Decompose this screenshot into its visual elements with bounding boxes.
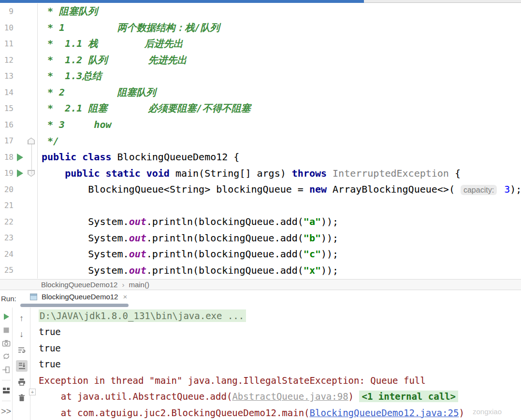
breadcrumb-method[interactable]: main()	[129, 280, 149, 289]
code-line[interactable]: 19 public static void main(String[] args…	[0, 165, 521, 182]
gutter	[14, 182, 38, 198]
run-tab[interactable]: BlockingQueueDemo12 ×	[30, 293, 127, 301]
code-text: System.out.println(blockingQueue.add("c"…	[42, 248, 338, 260]
stack-trace-link[interactable]: AbstractQueue.java:98	[232, 391, 348, 402]
console-line: true	[31, 356, 521, 373]
thread-dump-button[interactable]	[0, 339, 12, 348]
code-segment: {	[455, 168, 461, 179]
up-arrow-button[interactable]: ↑	[16, 312, 28, 324]
console-error-text: at java.util.AbstractQueue.add(	[39, 391, 232, 402]
code-text: BlockingQueue<String> blockingQueue = ne…	[42, 183, 521, 195]
clear-console-button[interactable]	[16, 392, 28, 404]
rerun-button[interactable]	[0, 312, 12, 321]
gutter	[14, 20, 38, 36]
console-line: Exception in thread "main" java.lang.Ill…	[31, 372, 521, 389]
code-segment: out	[129, 216, 146, 227]
code-segment: BlockingQueue<String> blockingQueue =	[42, 183, 309, 195]
code-segment: * 阻塞队列	[42, 5, 98, 17]
code-segment: out	[129, 232, 146, 244]
code-segment: public class	[42, 151, 117, 163]
code-segment: throws	[292, 168, 333, 179]
code-line[interactable]: 9 * 阻塞队列	[0, 3, 521, 20]
editor-top-strip	[0, 0, 521, 3]
code-segment: ArrayBlockingQueue<>(	[333, 183, 461, 195]
stack-trace-link[interactable]: BlockingQueueDemo12.java:25	[310, 407, 459, 418]
code-segment: * 2.1 阻塞 必须要阻塞/不得不阻塞	[42, 102, 251, 114]
code-line[interactable]: 10 * 1 两个数据结构：栈/队列	[0, 20, 521, 36]
console-error-text: at com.atguigu.juc2.BlockingQueueDemo12.…	[39, 407, 310, 418]
line-number: 16	[0, 120, 14, 129]
line-number: 21	[0, 201, 14, 210]
code-segment: System.	[42, 248, 129, 260]
down-icon: ↓	[19, 330, 24, 338]
scroll-to-end-button[interactable]	[16, 360, 28, 372]
code-line[interactable]: 14 * 2 阻塞队列	[0, 84, 521, 101]
code-segment: .println(blockingQueue.add(	[146, 265, 304, 276]
ide-window: 9 * 阻塞队列10 * 1 两个数据结构：栈/队列11 * 1.1 栈 后进先…	[0, 0, 521, 420]
code-text: * 2.1 阻塞 必须要阻塞/不得不阻塞	[42, 102, 251, 115]
code-segment	[498, 183, 504, 195]
run-line-icon[interactable]	[17, 154, 23, 161]
code-text: * 1.1 栈 后进先出	[42, 37, 183, 50]
code-text: * 3 how	[42, 119, 112, 130]
code-segment: "x"	[304, 265, 321, 276]
code-line[interactable]: 25 System.out.println(blockingQueue.add(…	[0, 262, 521, 279]
run-line-icon[interactable]	[17, 169, 23, 177]
code-editor[interactable]: 9 * 阻塞队列10 * 1 两个数据结构：栈/队列11 * 1.1 栈 后进先…	[0, 3, 521, 279]
line-number: 10	[0, 23, 14, 32]
fold-collapse-icon[interactable]	[28, 138, 35, 144]
exit-icon	[2, 365, 11, 374]
code-line[interactable]: 15 * 2.1 阻塞 必须要阻塞/不得不阻塞	[0, 100, 521, 117]
code-line[interactable]: 20 BlockingQueue<String> blockingQueue =…	[0, 182, 521, 198]
scrollend-icon	[17, 362, 26, 370]
breadcrumb-class[interactable]: BlockingQueueDemo12	[41, 280, 117, 289]
line-number: 23	[0, 233, 14, 242]
code-line[interactable]: 11 * 1.1 栈 后进先出	[0, 36, 521, 52]
code-segment: * 1 两个数据结构：栈/队列	[42, 22, 220, 33]
code-line[interactable]: 18public class BlockingQueueDemo12 {	[0, 149, 521, 166]
console-line: D:\JAVA\jdk1.8.0_131\bin\java.exe ...	[31, 308, 521, 324]
console-output[interactable]: D:\JAVA\jdk1.8.0_131\bin\java.exe ...tru…	[31, 308, 521, 420]
line-number: 11	[0, 39, 14, 48]
code-segment: * 1.3总结	[42, 70, 101, 82]
stop-button[interactable]	[0, 325, 12, 334]
code-line[interactable]: 21	[0, 197, 521, 214]
code-line[interactable]: 12 * 1.2 队列 先进先出	[0, 52, 521, 69]
gutter	[14, 262, 38, 279]
code-line[interactable]: 13 * 1.3总结	[0, 68, 521, 84]
line-number: 12	[0, 56, 14, 65]
code-text: * 1.3总结	[42, 70, 101, 83]
soft-wrap-button[interactable]	[16, 344, 28, 356]
line-number: 18	[0, 153, 14, 162]
line-number: 13	[0, 71, 14, 81]
gutter	[14, 197, 38, 214]
fold-range-guide	[31, 144, 32, 174]
code-line[interactable]: 23 System.out.println(blockingQueue.add(…	[0, 230, 521, 246]
update-app-button[interactable]	[0, 352, 12, 361]
code-line[interactable]: 16 * 3 how	[0, 117, 521, 133]
active-tab-accent-bar	[0, 0, 364, 3]
down-arrow-button[interactable]: ↓	[16, 328, 28, 340]
line-number: 20	[0, 185, 14, 194]
code-text: public class BlockingQueueDemo12 {	[42, 151, 239, 163]
code-segment: System.	[42, 265, 129, 276]
code-line[interactable]: 22 System.out.println(blockingQueue.add(…	[0, 214, 521, 230]
code-line[interactable]: 17 */	[0, 133, 521, 149]
code-segment: );	[510, 183, 521, 195]
play-icon	[2, 312, 11, 321]
open-in-button[interactable]	[0, 365, 12, 374]
print-button[interactable]	[16, 376, 28, 388]
layout-settings-button[interactable]	[0, 386, 12, 395]
code-segment: out	[129, 265, 146, 276]
run-tab-title: BlockingQueueDemo12	[42, 293, 118, 301]
gutter	[14, 68, 38, 84]
hide-toolbar-button[interactable]: >>	[0, 407, 12, 416]
softwrap-icon	[17, 346, 26, 354]
console-line: at java.util.AbstractQueue.add(AbstractQ…	[31, 389, 521, 405]
close-tab-icon[interactable]: ×	[123, 293, 127, 301]
line-number: 25	[0, 266, 14, 275]
expand-fold-icon[interactable]: +	[29, 389, 36, 395]
code-line[interactable]: 24 System.out.println(blockingQueue.add(…	[0, 246, 521, 263]
breadcrumb-separator-icon: ›	[122, 280, 124, 289]
console-line: at com.atguigu.juc2.BlockingQueueDemo12.…	[31, 405, 521, 420]
